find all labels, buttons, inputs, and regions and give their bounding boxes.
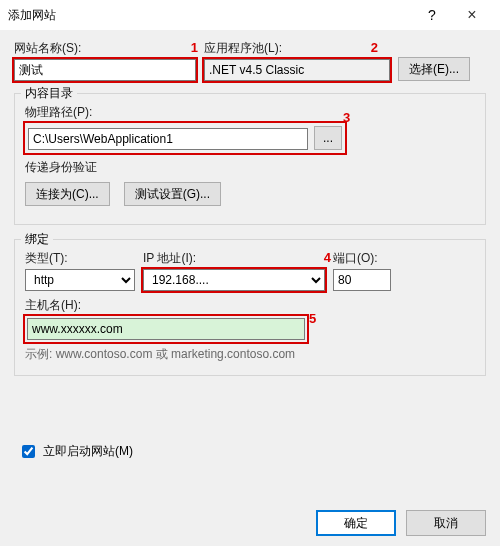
physical-path-input[interactable] [28,128,308,150]
test-settings-button[interactable]: 测试设置(G)... [124,182,221,206]
port-label: 端口(O): [333,250,391,267]
ip-select[interactable]: 192.168.... [143,269,325,291]
type-select[interactable]: http [25,269,135,291]
select-pool-button[interactable]: 选择(E)... [398,57,470,81]
type-label: 类型(T): [25,250,135,267]
cancel-button[interactable]: 取消 [406,510,486,536]
site-name-label: 网站名称(S): 1 [14,40,196,57]
annotation-3: 3 [343,110,350,125]
ip-label: IP 地址(I): 4 [143,250,325,267]
annotation-2: 2 [371,40,378,55]
annotation-5: 5 [309,311,316,326]
annotation-4: 4 [324,250,331,265]
close-icon[interactable]: × [452,6,492,24]
content-dir-legend: 内容目录 [21,85,77,102]
host-label: 主机名(H): 5 [25,297,475,314]
help-icon[interactable]: ? [412,7,452,23]
port-input[interactable] [333,269,391,291]
window-title: 添加网站 [8,7,412,24]
physical-path-label: 物理路径(P): 3 [25,104,475,121]
browse-button[interactable]: ... [314,126,342,150]
start-checkbox-input[interactable] [22,445,35,458]
binding-group: 绑定 类型(T): http IP 地址(I): 4 192.168.... 端… [14,239,486,376]
content-dir-group: 内容目录 物理路径(P): 3 ... 传递身份验证 连接为(C)... 测试设… [14,93,486,225]
app-pool-input [204,59,390,81]
ok-button[interactable]: 确定 [316,510,396,536]
site-name-input[interactable] [14,59,196,81]
app-pool-label: 应用程序池(L): 2 [204,40,390,57]
host-hint: 示例: www.contoso.com 或 marketing.contoso.… [25,346,475,363]
start-checkbox-label: 立即启动网站(M) [43,443,133,460]
pass-auth-label: 传递身份验证 [25,159,475,176]
titlebar: 添加网站 ? × [0,0,500,30]
host-input[interactable] [27,318,305,340]
connect-as-button[interactable]: 连接为(C)... [25,182,110,206]
start-checkbox[interactable]: 立即启动网站(M) [18,442,486,461]
annotation-1: 1 [191,40,198,55]
binding-legend: 绑定 [21,231,53,248]
